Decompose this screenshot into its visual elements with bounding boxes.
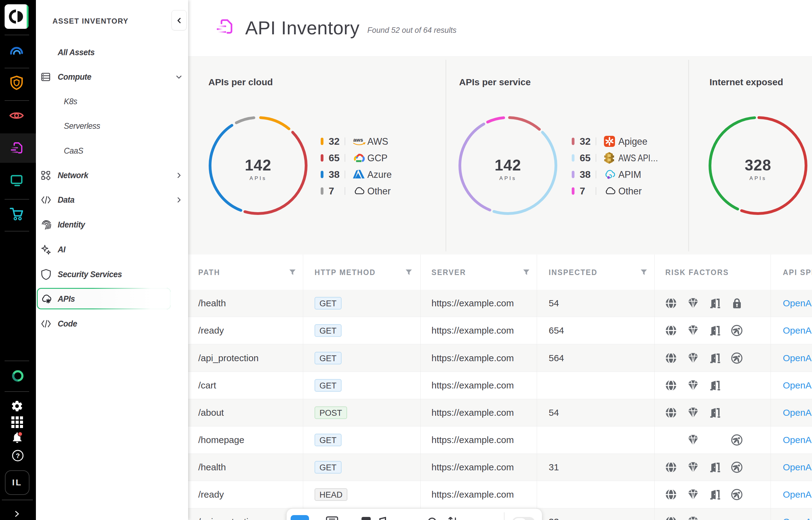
- svg-text:aws: aws: [353, 137, 363, 143]
- svg-text:?: ?: [16, 452, 20, 460]
